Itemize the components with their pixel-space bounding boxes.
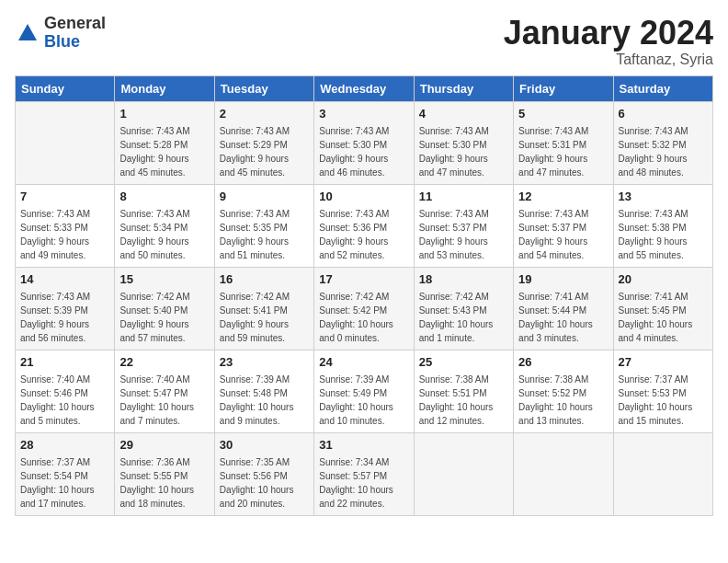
weekday-header-saturday: Saturday — [613, 75, 712, 101]
weekday-header-tuesday: Tuesday — [214, 75, 313, 101]
day-content: Sunrise: 7:34 AM Sunset: 5:57 PM Dayligh… — [319, 455, 408, 511]
weekday-header-sunday: Sunday — [16, 75, 115, 101]
calendar-week-row: 1Sunrise: 7:43 AM Sunset: 5:28 PM Daylig… — [16, 101, 713, 184]
day-content: Sunrise: 7:43 AM Sunset: 5:37 PM Dayligh… — [419, 207, 508, 262]
day-number: 1 — [119, 106, 209, 122]
day-number: 5 — [518, 106, 608, 122]
calendar-week-row: 14Sunrise: 7:43 AM Sunset: 5:39 PM Dayli… — [16, 267, 713, 350]
day-content: Sunrise: 7:40 AM Sunset: 5:47 PM Dayligh… — [119, 373, 209, 428]
calendar-cell: 7Sunrise: 7:43 AM Sunset: 5:33 PM Daylig… — [16, 184, 115, 267]
calendar-cell: 3Sunrise: 7:43 AM Sunset: 5:30 PM Daylig… — [314, 101, 414, 184]
day-number: 15 — [119, 271, 209, 288]
calendar-cell: 30Sunrise: 7:35 AM Sunset: 5:56 PM Dayli… — [214, 432, 313, 515]
calendar-cell: 17Sunrise: 7:42 AM Sunset: 5:42 PM Dayli… — [314, 267, 414, 350]
day-number: 8 — [119, 189, 209, 205]
logo-general-text: General — [44, 15, 106, 33]
day-number: 3 — [319, 106, 408, 122]
day-number: 16 — [220, 271, 309, 288]
calendar-week-row: 7Sunrise: 7:43 AM Sunset: 5:33 PM Daylig… — [16, 184, 713, 267]
day-content: Sunrise: 7:42 AM Sunset: 5:40 PM Dayligh… — [119, 290, 209, 345]
day-content: Sunrise: 7:43 AM Sunset: 5:29 PM Dayligh… — [220, 124, 309, 179]
calendar-week-row: 28Sunrise: 7:37 AM Sunset: 5:54 PM Dayli… — [16, 432, 713, 515]
day-content: Sunrise: 7:43 AM Sunset: 5:30 PM Dayligh… — [319, 124, 408, 179]
calendar-cell: 12Sunrise: 7:43 AM Sunset: 5:37 PM Dayli… — [514, 184, 613, 267]
calendar-cell — [16, 101, 115, 184]
day-content: Sunrise: 7:43 AM Sunset: 5:34 PM Dayligh… — [119, 207, 209, 262]
weekday-header-row: SundayMondayTuesdayWednesdayThursdayFrid… — [16, 75, 713, 101]
calendar-cell: 31Sunrise: 7:34 AM Sunset: 5:57 PM Dayli… — [314, 432, 414, 515]
calendar-cell: 18Sunrise: 7:42 AM Sunset: 5:43 PM Dayli… — [414, 267, 513, 350]
weekday-header-friday: Friday — [514, 75, 613, 101]
logo-icon — [15, 20, 40, 46]
calendar-cell — [514, 432, 613, 515]
day-number: 12 — [518, 189, 608, 205]
day-number: 26 — [518, 354, 608, 371]
calendar-cell: 15Sunrise: 7:42 AM Sunset: 5:40 PM Dayli… — [115, 267, 214, 350]
day-number: 6 — [619, 106, 708, 122]
calendar-cell: 1Sunrise: 7:43 AM Sunset: 5:28 PM Daylig… — [115, 101, 214, 184]
day-content: Sunrise: 7:42 AM Sunset: 5:42 PM Dayligh… — [319, 290, 408, 345]
day-content: Sunrise: 7:43 AM Sunset: 5:36 PM Dayligh… — [319, 207, 408, 262]
calendar-cell: 11Sunrise: 7:43 AM Sunset: 5:37 PM Dayli… — [414, 184, 513, 267]
weekday-header-monday: Monday — [115, 75, 214, 101]
calendar-cell — [613, 432, 712, 515]
calendar-cell: 28Sunrise: 7:37 AM Sunset: 5:54 PM Dayli… — [16, 432, 115, 515]
calendar-week-row: 21Sunrise: 7:40 AM Sunset: 5:46 PM Dayli… — [16, 350, 713, 432]
logo: General Blue — [15, 15, 106, 52]
day-content: Sunrise: 7:43 AM Sunset: 5:28 PM Dayligh… — [119, 124, 209, 179]
day-content: Sunrise: 7:43 AM Sunset: 5:37 PM Dayligh… — [518, 207, 608, 262]
month-title: January 2024 — [504, 15, 713, 52]
calendar-cell: 25Sunrise: 7:38 AM Sunset: 5:51 PM Dayli… — [414, 350, 513, 432]
calendar-cell: 20Sunrise: 7:41 AM Sunset: 5:45 PM Dayli… — [613, 267, 712, 350]
calendar-cell: 16Sunrise: 7:42 AM Sunset: 5:41 PM Dayli… — [214, 267, 313, 350]
logo-blue-text: Blue — [44, 33, 106, 52]
day-content: Sunrise: 7:43 AM Sunset: 5:33 PM Dayligh… — [20, 207, 109, 262]
day-number: 13 — [619, 189, 708, 205]
day-number: 22 — [119, 354, 209, 371]
day-content: Sunrise: 7:39 AM Sunset: 5:49 PM Dayligh… — [319, 373, 408, 428]
day-number: 21 — [20, 354, 109, 371]
day-number: 4 — [419, 106, 508, 122]
day-content: Sunrise: 7:37 AM Sunset: 5:53 PM Dayligh… — [619, 373, 708, 428]
calendar-cell: 27Sunrise: 7:37 AM Sunset: 5:53 PM Dayli… — [613, 350, 712, 432]
calendar-cell: 19Sunrise: 7:41 AM Sunset: 5:44 PM Dayli… — [514, 267, 613, 350]
day-content: Sunrise: 7:43 AM Sunset: 5:32 PM Dayligh… — [619, 124, 708, 179]
day-number: 18 — [419, 271, 508, 288]
weekday-header-thursday: Thursday — [414, 75, 513, 101]
day-number: 27 — [619, 354, 708, 371]
day-content: Sunrise: 7:39 AM Sunset: 5:48 PM Dayligh… — [220, 373, 309, 428]
calendar-cell: 21Sunrise: 7:40 AM Sunset: 5:46 PM Dayli… — [16, 350, 115, 432]
calendar-cell: 5Sunrise: 7:43 AM Sunset: 5:31 PM Daylig… — [514, 101, 613, 184]
calendar-cell: 24Sunrise: 7:39 AM Sunset: 5:49 PM Dayli… — [314, 350, 414, 432]
weekday-header-wednesday: Wednesday — [314, 75, 414, 101]
day-number: 19 — [518, 271, 608, 288]
calendar-table: SundayMondayTuesdayWednesdayThursdayFrid… — [15, 75, 713, 516]
title-block: January 2024 Taftanaz, Syria — [504, 15, 713, 68]
day-number: 23 — [220, 354, 309, 371]
calendar-cell: 29Sunrise: 7:36 AM Sunset: 5:55 PM Dayli… — [115, 432, 214, 515]
day-number: 14 — [20, 271, 109, 288]
day-number: 10 — [319, 189, 408, 205]
day-content: Sunrise: 7:37 AM Sunset: 5:54 PM Dayligh… — [20, 455, 109, 511]
location-subtitle: Taftanaz, Syria — [504, 52, 713, 68]
calendar-cell: 22Sunrise: 7:40 AM Sunset: 5:47 PM Dayli… — [115, 350, 214, 432]
page-header: General Blue January 2024 Taftanaz, Syri… — [15, 15, 713, 68]
calendar-cell: 23Sunrise: 7:39 AM Sunset: 5:48 PM Dayli… — [214, 350, 313, 432]
day-content: Sunrise: 7:38 AM Sunset: 5:52 PM Dayligh… — [518, 373, 608, 428]
day-number: 30 — [220, 437, 309, 454]
day-number: 11 — [419, 189, 508, 205]
day-number: 20 — [619, 271, 708, 288]
calendar-cell: 10Sunrise: 7:43 AM Sunset: 5:36 PM Dayli… — [314, 184, 414, 267]
calendar-cell: 9Sunrise: 7:43 AM Sunset: 5:35 PM Daylig… — [214, 184, 313, 267]
day-content: Sunrise: 7:41 AM Sunset: 5:44 PM Dayligh… — [518, 290, 608, 345]
day-content: Sunrise: 7:42 AM Sunset: 5:43 PM Dayligh… — [419, 290, 508, 345]
day-number: 17 — [319, 271, 408, 288]
calendar-cell: 13Sunrise: 7:43 AM Sunset: 5:38 PM Dayli… — [613, 184, 712, 267]
day-content: Sunrise: 7:42 AM Sunset: 5:41 PM Dayligh… — [220, 290, 309, 345]
day-content: Sunrise: 7:43 AM Sunset: 5:30 PM Dayligh… — [419, 124, 508, 179]
day-number: 9 — [220, 189, 309, 205]
svg-marker-0 — [18, 24, 37, 40]
calendar-cell: 14Sunrise: 7:43 AM Sunset: 5:39 PM Dayli… — [16, 267, 115, 350]
logo-text: General Blue — [44, 15, 106, 52]
day-content: Sunrise: 7:43 AM Sunset: 5:39 PM Dayligh… — [20, 290, 109, 345]
